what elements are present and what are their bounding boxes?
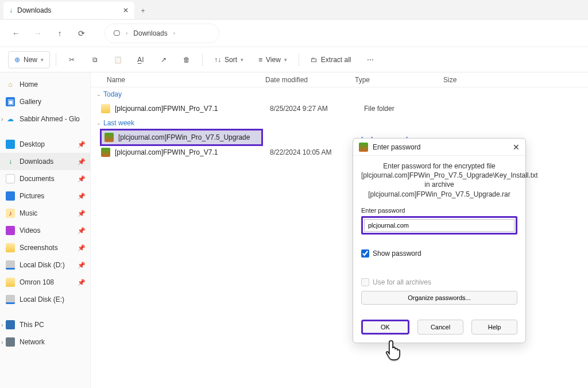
group-today[interactable]: ⌄Today [91,87,588,101]
rar-icon [359,143,368,152]
chevron-right-icon[interactable]: › [1,116,3,122]
column-name[interactable]: Name [107,76,265,84]
copy-button[interactable]: ⧉ [85,51,105,68]
column-size[interactable]: Size [443,76,489,84]
pin-icon: 📌 [78,244,86,252]
sidebar-item-label: Documents [20,175,55,183]
file-row[interactable]: [plcjournal.com]FPWIN_Pro_V7.1 8/25/2024… [91,101,588,116]
chevron-down-icon: ⌄ [96,91,101,97]
cut-button[interactable]: ✂ [62,51,82,68]
sidebar-item-label: Screenshots [20,244,58,252]
desktop-icon [6,140,15,149]
sidebar-item-documents[interactable]: Documents📌 [0,170,90,187]
up-button[interactable]: ↑ [55,29,64,38]
disk-icon [6,260,15,270]
sort-button[interactable]: ↑↓ Sort ▾ [208,51,249,68]
file-row-selected[interactable]: [plcjournal.com]FPWin_Pro_V7.5_Upgrade [101,130,262,145]
sidebar-item-disk-e[interactable]: Local Disk (E:) [0,291,90,308]
rename-button[interactable]: A̲І [131,51,150,68]
group-label: Last week [103,119,134,127]
column-date[interactable]: Date modified [265,76,355,84]
paste-button[interactable]: 📋 [108,51,127,68]
dialog-info-line: in archive [plcjournal.com]FPWin_Pro_V7.… [361,180,517,198]
sidebar-item-disk-d[interactable]: Local Disk (D:)📌 [0,256,90,274]
sidebar-item-omron[interactable]: Omron 108📌 [0,274,90,291]
sidebar-item-screenshots[interactable]: Screenshots📌 [0,239,90,256]
help-button[interactable]: Help [471,320,517,335]
download-icon: ↓ [6,157,15,166]
group-lastweek[interactable]: ⌄Last week [91,116,588,130]
back-button[interactable]: ← [11,29,21,38]
delete-button[interactable]: 🗑 [177,51,196,68]
sidebar-item-label: Gallery [20,98,41,106]
sidebar-item-label: Desktop [20,140,45,148]
chevron-right-icon[interactable]: › [1,322,3,328]
sidebar: ⌂Home ▣Gallery ›☁Sabbir Ahmed - Glo Desk… [0,72,91,388]
videos-icon [6,226,15,235]
sidebar-item-music[interactable]: ♪Music📌 [0,205,90,222]
pin-icon: 📌 [78,141,86,148]
chevron-down-icon: ▾ [241,57,243,63]
sidebar-item-network[interactable]: ›Network [0,333,90,351]
dialog-info-line: [plcjournal.com]FPWin_Pro_V7.5_Upgrade\K… [361,171,517,180]
show-password-checkbox[interactable]: Show password [361,249,517,258]
folder-icon [6,278,15,287]
dialog-titlebar: Enter password ✕ [353,139,525,156]
sidebar-item-thispc[interactable]: ›This PC [0,316,90,333]
home-icon: ⌂ [6,80,15,89]
pin-icon: 📌 [78,175,86,183]
organize-passwords-button[interactable]: Organize passwords... [361,291,517,305]
sidebar-item-label: Music [20,209,37,217]
separator [299,53,299,66]
file-date: 8/25/2024 9:27 AM [270,105,359,113]
pc-icon [6,320,15,329]
show-password-input[interactable] [361,249,369,258]
chevron-down-icon: ▾ [41,57,44,63]
password-input[interactable] [364,219,514,232]
view-button[interactable]: ≡ View ▾ [253,51,293,68]
share-button[interactable]: ↗ [154,51,173,68]
show-password-label: Show password [373,249,421,258]
pin-icon: 📌 [78,210,86,217]
network-icon [6,337,15,347]
tab-close-icon[interactable]: ✕ [123,6,129,14]
sidebar-item-label: Network [20,338,45,346]
pin-icon: 📌 [78,262,86,269]
separator [202,53,203,66]
extract-all-button[interactable]: 🗀 Extract all [305,51,357,68]
tab-downloads[interactable]: ↓ Downloads ✕ [3,2,134,19]
sidebar-item-home[interactable]: ⌂Home [0,76,90,93]
new-button[interactable]: ⊕ New ▾ [8,51,50,68]
ok-button[interactable]: OK [361,320,409,335]
refresh-button[interactable]: ⟳ [77,29,86,38]
plus-circle-icon: ⊕ [14,56,20,64]
new-label: New [24,56,37,64]
forward-button[interactable]: → [33,29,42,38]
rar-icon [101,148,110,157]
file-date: 8/22/2024 10:05 AM [270,148,359,156]
sidebar-item-videos[interactable]: Videos📌 [0,222,90,239]
file-name: [plcjournal.com]FPWin_Pro_V7.5_Upgrade [118,133,250,141]
cancel-button[interactable]: Cancel [417,320,463,335]
column-type[interactable]: Type [355,76,443,84]
more-button[interactable]: ⋯ [361,51,380,68]
sidebar-item-desktop[interactable]: Desktop📌 [0,136,90,153]
chevron-right-icon[interactable]: › [1,339,3,345]
sidebar-item-label: Home [20,80,38,89]
breadcrumb[interactable]: 🖵 › Downloads › [105,24,219,43]
sidebar-item-pictures[interactable]: Pictures📌 [0,187,90,205]
pin-icon: 📌 [78,193,86,200]
cloud-icon: ☁ [6,114,15,124]
monitor-icon: 🖵 [113,29,120,37]
separator [56,53,56,66]
sidebar-item-onedrive[interactable]: ›☁Sabbir Ahmed - Glo [0,110,90,128]
use-all-archives-checkbox[interactable]: Use for all archives [361,278,517,286]
dialog-title: Enter password [373,143,420,151]
sidebar-item-downloads[interactable]: ↓Downloads📌 [0,153,90,170]
gallery-icon: ▣ [6,97,15,106]
use-all-archives-input[interactable] [361,278,369,286]
sidebar-item-gallery[interactable]: ▣Gallery [0,93,90,110]
pin-icon: 📌 [78,158,86,166]
new-tab-button[interactable]: ＋ [134,2,152,19]
dialog-close-button[interactable]: ✕ [513,143,520,152]
